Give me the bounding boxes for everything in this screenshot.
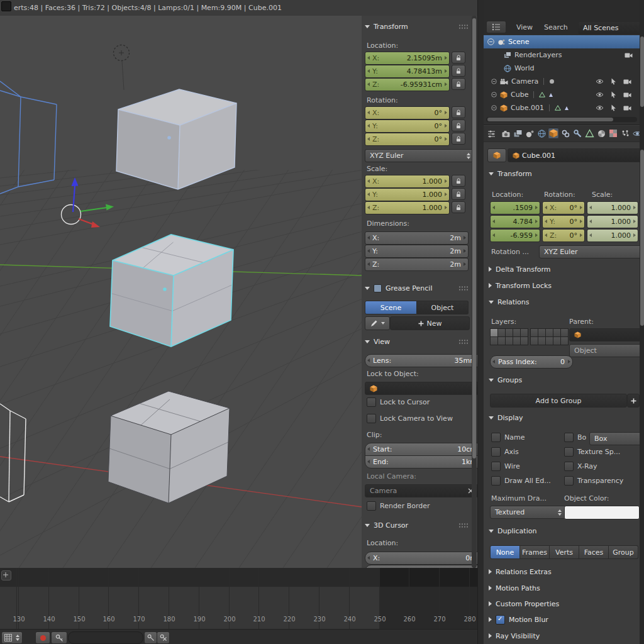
outliner-item-scene[interactable]: Scene bbox=[484, 35, 643, 48]
render-toggle-icon[interactable] bbox=[623, 78, 631, 86]
lock-icon[interactable] bbox=[452, 201, 465, 213]
tab-material-icon[interactable] bbox=[596, 128, 607, 139]
collapse-arrow-icon[interactable] bbox=[489, 267, 492, 272]
tab-world-icon[interactable] bbox=[536, 128, 547, 139]
scale-z-field[interactable]: Z: 1.000 bbox=[365, 201, 450, 214]
prop-scale-z[interactable]: 1.000 bbox=[587, 229, 638, 242]
checkbox-icon[interactable] bbox=[491, 447, 501, 457]
collapse-arrow-icon[interactable] bbox=[365, 524, 370, 527]
delete-keyframe-button[interactable] bbox=[157, 631, 170, 644]
properties-editor-selector[interactable] bbox=[486, 128, 497, 139]
dup-none-button[interactable]: None bbox=[490, 545, 520, 559]
collapse-arrow-icon[interactable] bbox=[489, 569, 492, 574]
lock-icon[interactable] bbox=[452, 188, 465, 200]
timeline-editor[interactable]: 130 140 150 160 170 180 190 200 210 220 … bbox=[0, 568, 483, 644]
prop-scale-x[interactable]: 1.000 bbox=[587, 201, 638, 214]
clip-end-field[interactable]: End: 1km bbox=[365, 455, 483, 469]
collapse-arrow-icon[interactable] bbox=[489, 586, 492, 591]
checkbox-icon[interactable] bbox=[367, 414, 376, 423]
display-draw-all-edges-checkbox[interactable]: Draw All Ed... bbox=[491, 476, 551, 486]
layer-toggle[interactable] bbox=[520, 336, 528, 345]
bounds-type-dropdown[interactable]: Box bbox=[589, 432, 644, 445]
id-type-button[interactable] bbox=[487, 148, 506, 162]
location-y-field[interactable]: Y: 4.78413m bbox=[365, 65, 450, 78]
checkbox-icon[interactable] bbox=[564, 433, 574, 442]
collapse-arrow-icon[interactable] bbox=[489, 283, 492, 288]
add-to-group-button[interactable]: Add to Group bbox=[490, 394, 627, 408]
tab-render-icon[interactable] bbox=[500, 128, 511, 139]
collapse-arrow-icon[interactable] bbox=[365, 340, 370, 343]
parent-field[interactable] bbox=[569, 328, 644, 341]
insert-keyframe-button[interactable] bbox=[144, 631, 157, 644]
render-toggle-icon[interactable] bbox=[625, 52, 633, 60]
layer-toggle[interactable] bbox=[560, 336, 569, 345]
pointer-icon[interactable] bbox=[611, 104, 616, 113]
right-scrollbar-track[interactable] bbox=[640, 0, 644, 644]
tab-texture-icon[interactable] bbox=[608, 128, 619, 139]
dimension-z-field[interactable]: Z: 2m bbox=[365, 258, 469, 271]
rotation-x-field[interactable]: X: 0° bbox=[365, 106, 450, 119]
checkbox-icon[interactable] bbox=[564, 476, 574, 486]
dup-faces-button[interactable]: Faces bbox=[579, 545, 609, 559]
panel-grip-icon[interactable] bbox=[458, 24, 469, 30]
new-group-button[interactable] bbox=[627, 394, 640, 408]
dup-verts-button[interactable]: Verts bbox=[550, 545, 579, 559]
lens-slider[interactable]: Lens: 35mm bbox=[365, 354, 483, 367]
dup-frames-button[interactable]: Frames bbox=[520, 545, 550, 559]
lock-icon[interactable] bbox=[452, 175, 465, 187]
collapse-arrow-icon[interactable] bbox=[489, 416, 494, 419]
lock-icon[interactable] bbox=[452, 119, 465, 131]
checkbox-icon[interactable] bbox=[367, 397, 376, 407]
viewport-canvas[interactable] bbox=[0, 16, 362, 568]
panel-grip-icon[interactable] bbox=[458, 286, 469, 291]
pointer-icon[interactable] bbox=[611, 91, 616, 100]
expand-circle-icon[interactable] bbox=[491, 92, 497, 97]
tab-render-layers-icon[interactable] bbox=[512, 128, 523, 139]
prop-loc-z[interactable]: -6.959 bbox=[490, 229, 540, 242]
collapse-arrow-icon[interactable] bbox=[489, 379, 494, 382]
layer-grid-left[interactable] bbox=[490, 328, 527, 344]
dimension-x-field[interactable]: X: 2m bbox=[365, 231, 469, 245]
relations-extras-header[interactable]: Relations Extras bbox=[489, 565, 638, 578]
collapse-arrow-icon[interactable] bbox=[489, 172, 494, 175]
collapse-arrow-icon[interactable] bbox=[489, 617, 492, 622]
lock-to-object-field[interactable] bbox=[365, 382, 479, 395]
outliner-item-camera[interactable]: Camera bbox=[484, 75, 644, 88]
scale-x-field[interactable]: X: 1.000 bbox=[365, 175, 450, 188]
groups-header[interactable]: Groups bbox=[489, 374, 638, 386]
outliner-item-cube001[interactable]: Cube.001 bbox=[484, 101, 644, 114]
cursor-x-field[interactable]: X: 0m bbox=[365, 552, 483, 565]
tab-object-data-icon[interactable] bbox=[584, 128, 595, 139]
render-toggle-icon[interactable] bbox=[623, 104, 631, 113]
pass-index-slider[interactable]: Pass Index: 0 bbox=[490, 355, 573, 369]
lock-icon[interactable] bbox=[452, 65, 465, 77]
display-wire-checkbox[interactable]: Wire bbox=[491, 462, 520, 471]
display-mode-dropdown[interactable]: All Scenes bbox=[578, 21, 644, 35]
prop-rotation-mode-dropdown[interactable]: XYZ Euler bbox=[539, 245, 644, 258]
gp-draw-button[interactable] bbox=[365, 316, 390, 330]
panel-grip-icon[interactable] bbox=[458, 339, 469, 345]
expand-circle-icon[interactable] bbox=[491, 79, 497, 84]
ray-visibility-header[interactable]: Ray Visibility bbox=[489, 630, 638, 642]
collapse-circle-icon[interactable] bbox=[487, 38, 494, 45]
parent-type-dropdown[interactable]: Object bbox=[569, 344, 644, 357]
lock-icon[interactable] bbox=[452, 106, 465, 118]
gp-object-tab[interactable]: Object bbox=[417, 301, 469, 314]
layer-toggle[interactable] bbox=[560, 328, 569, 337]
display-header[interactable]: Display bbox=[489, 411, 638, 424]
checkbox-icon[interactable] bbox=[367, 501, 376, 511]
prop-loc-y[interactable]: 4.784 bbox=[490, 215, 540, 228]
tab-particles-icon[interactable] bbox=[619, 128, 631, 139]
checkbox-icon[interactable] bbox=[564, 462, 574, 471]
outliner-scrollbar-thumb[interactable] bbox=[640, 36, 644, 107]
outliner-item-world[interactable]: World bbox=[484, 62, 644, 75]
layer-toggle[interactable] bbox=[520, 328, 528, 337]
outliner-item-cube[interactable]: Cube bbox=[484, 88, 644, 101]
grease-pencil-panel-header[interactable]: Grease Pencil bbox=[365, 282, 469, 294]
keying-mode-button[interactable] bbox=[51, 631, 67, 644]
layer-grid-right[interactable] bbox=[530, 328, 567, 344]
lock-icon[interactable] bbox=[452, 78, 465, 90]
display-xray-checkbox[interactable]: X-Ray bbox=[564, 462, 597, 471]
duplication-header[interactable]: Duplication bbox=[489, 525, 638, 537]
clip-start-field[interactable]: Start: 10cm bbox=[365, 443, 483, 456]
